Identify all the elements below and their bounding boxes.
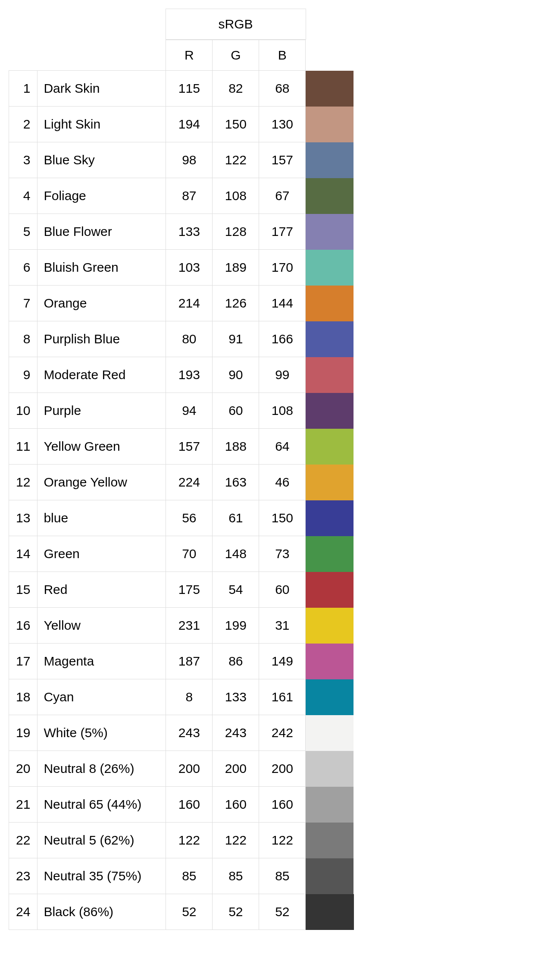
row-g: 82 bbox=[213, 71, 259, 107]
row-swatch bbox=[306, 357, 354, 393]
row-g: 160 bbox=[213, 787, 259, 823]
row-index: 22 bbox=[9, 823, 38, 858]
row-swatch bbox=[306, 715, 354, 751]
row-name: Blue Sky bbox=[38, 142, 166, 178]
row-swatch bbox=[306, 787, 354, 823]
row-b: 60 bbox=[259, 572, 306, 608]
row-r: 231 bbox=[166, 608, 213, 644]
table-row: 4Foliage8710867 bbox=[9, 178, 354, 214]
row-index: 18 bbox=[9, 679, 38, 715]
row-g: 126 bbox=[213, 286, 259, 321]
table-row: 16Yellow23119931 bbox=[9, 608, 354, 644]
row-r: 103 bbox=[166, 250, 213, 286]
row-index: 16 bbox=[9, 608, 38, 644]
row-b: 177 bbox=[259, 214, 306, 250]
row-b: 149 bbox=[259, 644, 306, 679]
empty-header bbox=[306, 9, 354, 40]
color-swatch bbox=[306, 500, 354, 536]
row-swatch bbox=[306, 178, 354, 214]
row-b: 46 bbox=[259, 465, 306, 500]
row-name: Magenta bbox=[38, 644, 166, 679]
row-swatch bbox=[306, 572, 354, 608]
row-g: 54 bbox=[213, 572, 259, 608]
row-swatch bbox=[306, 393, 354, 429]
row-index: 1 bbox=[9, 71, 38, 107]
table-row: 15Red1755460 bbox=[9, 572, 354, 608]
row-swatch bbox=[306, 142, 354, 178]
row-g: 108 bbox=[213, 178, 259, 214]
row-g: 60 bbox=[213, 393, 259, 429]
row-r: 85 bbox=[166, 858, 213, 894]
table-row: 18Cyan8133161 bbox=[9, 679, 354, 715]
color-swatch bbox=[306, 393, 354, 429]
row-b: 130 bbox=[259, 107, 306, 142]
row-name: Orange Yellow bbox=[38, 465, 166, 500]
row-b: 68 bbox=[259, 71, 306, 107]
row-index: 24 bbox=[9, 894, 38, 930]
row-r: 115 bbox=[166, 71, 213, 107]
table-row: 8Purplish Blue8091166 bbox=[9, 321, 354, 357]
row-name: Black (86%) bbox=[38, 894, 166, 930]
row-r: 193 bbox=[166, 357, 213, 393]
row-r: 187 bbox=[166, 644, 213, 679]
empty-header bbox=[38, 40, 166, 71]
row-r: 122 bbox=[166, 823, 213, 858]
table-row: 5Blue Flower133128177 bbox=[9, 214, 354, 250]
row-index: 11 bbox=[9, 429, 38, 465]
header-row: R G B bbox=[9, 40, 354, 71]
row-index: 15 bbox=[9, 572, 38, 608]
row-g: 85 bbox=[213, 858, 259, 894]
row-g: 163 bbox=[213, 465, 259, 500]
color-swatch bbox=[306, 715, 354, 751]
row-b: 108 bbox=[259, 393, 306, 429]
table-row: 17Magenta18786149 bbox=[9, 644, 354, 679]
row-r: 200 bbox=[166, 751, 213, 787]
row-b: 64 bbox=[259, 429, 306, 465]
row-b: 161 bbox=[259, 679, 306, 715]
color-swatch bbox=[306, 107, 354, 142]
row-swatch bbox=[306, 107, 354, 142]
color-checker-table-body: R G B 1Dark Skin11582682Light Skin194150… bbox=[9, 40, 354, 930]
row-b: 99 bbox=[259, 357, 306, 393]
row-g: 243 bbox=[213, 715, 259, 751]
row-index: 2 bbox=[9, 107, 38, 142]
color-swatch bbox=[306, 214, 354, 250]
empty-header bbox=[9, 40, 38, 71]
row-b: 166 bbox=[259, 321, 306, 357]
row-r: 80 bbox=[166, 321, 213, 357]
row-b: 67 bbox=[259, 178, 306, 214]
row-r: 224 bbox=[166, 465, 213, 500]
row-b: 85 bbox=[259, 858, 306, 894]
table-row: 23Neutral 35 (75%)858585 bbox=[9, 858, 354, 894]
row-index: 3 bbox=[9, 142, 38, 178]
row-name: Neutral 65 (44%) bbox=[38, 787, 166, 823]
row-swatch bbox=[306, 214, 354, 250]
table-row: 24Black (86%)525252 bbox=[9, 894, 354, 930]
row-swatch bbox=[306, 500, 354, 536]
color-swatch bbox=[306, 465, 354, 500]
header-b: B bbox=[259, 40, 306, 71]
table-row: 22Neutral 5 (62%)122122122 bbox=[9, 823, 354, 858]
color-swatch bbox=[306, 572, 354, 608]
row-name: Red bbox=[38, 572, 166, 608]
color-swatch bbox=[306, 751, 354, 787]
row-name: Neutral 5 (62%) bbox=[38, 823, 166, 858]
row-r: 157 bbox=[166, 429, 213, 465]
color-swatch bbox=[306, 536, 354, 572]
row-index: 19 bbox=[9, 715, 38, 751]
color-swatch bbox=[306, 679, 354, 715]
row-name: Bluish Green bbox=[38, 250, 166, 286]
row-index: 6 bbox=[9, 250, 38, 286]
row-g: 150 bbox=[213, 107, 259, 142]
row-g: 128 bbox=[213, 214, 259, 250]
row-r: 133 bbox=[166, 214, 213, 250]
row-b: 73 bbox=[259, 536, 306, 572]
table-row: 9Moderate Red1939099 bbox=[9, 357, 354, 393]
row-g: 188 bbox=[213, 429, 259, 465]
row-swatch bbox=[306, 644, 354, 679]
row-swatch bbox=[306, 465, 354, 500]
row-swatch bbox=[306, 751, 354, 787]
empty-header bbox=[306, 40, 354, 71]
color-swatch bbox=[306, 142, 354, 178]
row-index: 4 bbox=[9, 178, 38, 214]
